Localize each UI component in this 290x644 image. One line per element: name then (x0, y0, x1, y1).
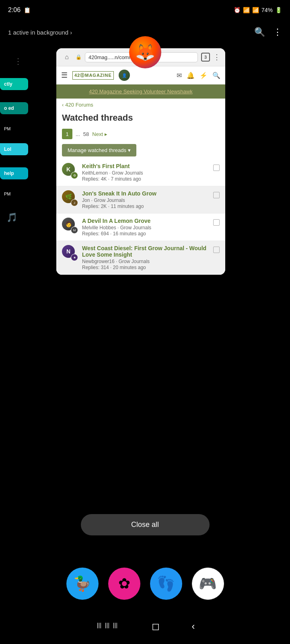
audio-icon: 🎵 (0, 212, 28, 223)
signal-icon: 📶 (252, 7, 259, 13)
active-tabs-label[interactable]: 1 active in background (8, 29, 68, 36)
hamburger-menu-icon[interactable]: ☰ (61, 71, 68, 80)
pagination-ellipsis: ... (76, 131, 80, 137)
sidebar-menu-dots[interactable]: ⋮ (0, 56, 28, 66)
thread-meta: KeithLemon · Grow Journals (82, 170, 209, 176)
battery-icon: 🔋 (275, 7, 282, 13)
table-row[interactable]: 🧑 M A Devil In A Lemon Grove Melville Ho… (56, 214, 225, 241)
avatar: 🧑 M (62, 218, 78, 234)
pagination: 1 ... 58 Next ▸ (56, 126, 225, 142)
back-button[interactable]: ‹ (192, 621, 195, 632)
time-label-2: PM (0, 191, 28, 196)
nav-icons: ✉ 🔔 ⚡ 🔍 (177, 72, 220, 79)
foot-app-icon[interactable]: 👣 (150, 568, 182, 600)
search-icon[interactable]: 🔍 (254, 27, 265, 37)
thread-info: West Coast Diesel: First Grow Journal - … (82, 245, 209, 270)
time-label-1: PM (0, 126, 28, 131)
time: 2:06 (8, 6, 21, 14)
thread-title[interactable]: Jon's Sneak It In Auto Grow (82, 190, 209, 197)
close-all-button[interactable]: Close all (81, 514, 210, 535)
recent-apps-button[interactable]: ⫼⫼⫼ (95, 621, 119, 632)
table-row[interactable]: N ★ West Coast Diesel: First Grow Journa… (56, 241, 225, 275)
manage-watched-threads-button[interactable]: Manage watched threads ▾ (62, 144, 136, 156)
page-title: Watched threads (56, 111, 225, 126)
table-row[interactable]: 🌿 J Jon's Sneak It In Auto Grow Jon · Gr… (56, 186, 225, 214)
thread-title[interactable]: West Coast Diesel: First Grow Journal - … (82, 245, 209, 258)
browser-card: ⌂ 🔒 420mag.....n/comm 3 ⋮ ☰ 42⓪MAGAZINE … (56, 48, 225, 275)
thread-replies: Replies: 4K · 7 minutes ago (82, 176, 209, 182)
home-button[interactable]: ◻ (152, 621, 160, 632)
thread-title[interactable]: Keith's First Plant (82, 163, 209, 169)
thread-info: Jon's Sneak It In Auto Grow Jon · Grow J… (82, 190, 209, 209)
avatar: K ⚙ (62, 163, 78, 179)
status-bar: 2:06 📋 ⏰ 📶 📶 74% 🔋 (0, 0, 290, 20)
next-page-button[interactable]: Next ▸ (92, 131, 107, 137)
bell-icon[interactable]: 🔔 (187, 72, 195, 79)
thread-info: Keith's First Plant KeithLemon · Grow Jo… (82, 163, 209, 182)
avatar: N ★ (62, 245, 78, 261)
back-arrow-icon: ‹ (62, 102, 64, 108)
lightning-icon[interactable]: ⚡ (200, 72, 208, 79)
chat-bubble-3: Lol (0, 143, 28, 155)
thread-replies: Replies: 694 · 16 minutes ago (82, 231, 209, 237)
current-page[interactable]: 1 (62, 129, 72, 139)
tab-count-badge[interactable]: 3 (201, 53, 210, 62)
thread-info: A Devil In A Lemon Grove Melville Hobbes… (82, 218, 209, 237)
chat-bubble-2: o ed (0, 102, 28, 114)
home-button[interactable]: ⌂ (61, 51, 72, 63)
flower-app-icon[interactable]: ✿ (108, 568, 140, 600)
notification-icon: 📋 (24, 7, 31, 13)
system-nav-bar: ⫼⫼⫼ ◻ ‹ (0, 617, 290, 636)
thread-checkbox[interactable] (213, 219, 220, 226)
wifi-icon: 📶 (243, 7, 250, 13)
alarm-icon: ⏰ (234, 7, 241, 13)
chevron-right-icon: › (70, 29, 72, 36)
thread-checkbox[interactable] (213, 192, 220, 198)
game-app-icon[interactable]: 🎮 (192, 568, 224, 600)
browser-menu-icon[interactable]: ⋮ (213, 53, 220, 62)
thread-meta: Jon · Grow Journals (82, 198, 209, 203)
sidebar-chat-preview: ⋮ ctly o ed PM Lol help PM 🎵 (0, 44, 28, 223)
thread-meta: Melville Hobbes · Grow Journals (82, 225, 209, 230)
breadcrumb[interactable]: ‹ 420 Forums (56, 99, 225, 111)
duckduckgo-icon[interactable]: 🦆 (66, 568, 99, 600)
firefox-icon[interactable]: 🦊 (129, 36, 161, 68)
battery-level: 74% (261, 7, 273, 13)
last-page-link[interactable]: 58 (83, 131, 89, 137)
avatar: 🌿 J (62, 190, 78, 206)
banner[interactable]: 420 Magazine Seeking Volunteer Newshawk (56, 84, 225, 99)
table-row[interactable]: K ⚙ Keith's First Plant KeithLemon · Gro… (56, 159, 225, 186)
mail-icon[interactable]: ✉ (177, 72, 182, 79)
thread-title[interactable]: A Devil In A Lemon Grove (82, 218, 209, 224)
lock-icon: 🔒 (76, 54, 82, 60)
site-navigation: ☰ 42⓪MAGAZINE 👤 ✉ 🔔 ⚡ 🔍 (56, 66, 225, 84)
search-nav-icon[interactable]: 🔍 (212, 72, 220, 79)
thread-meta: Newbgrower16 · Grow Journals (82, 259, 209, 264)
thread-replies: Replies: 314 · 20 minutes ago (82, 265, 209, 270)
thread-checkbox[interactable] (213, 165, 220, 171)
thread-checkbox[interactable] (213, 247, 220, 253)
menu-icon[interactable]: ⋮ (273, 27, 282, 37)
chat-bubble-4: help (0, 167, 28, 179)
user-avatar[interactable]: 👤 (119, 70, 130, 81)
thread-replies: Replies: 2K · 11 minutes ago (82, 204, 209, 209)
chat-bubble-1: ctly (0, 78, 28, 90)
site-logo[interactable]: 42⓪MAGAZINE (72, 71, 114, 80)
app-dock: 🦆 ✿ 👣 🎮 (0, 564, 290, 604)
